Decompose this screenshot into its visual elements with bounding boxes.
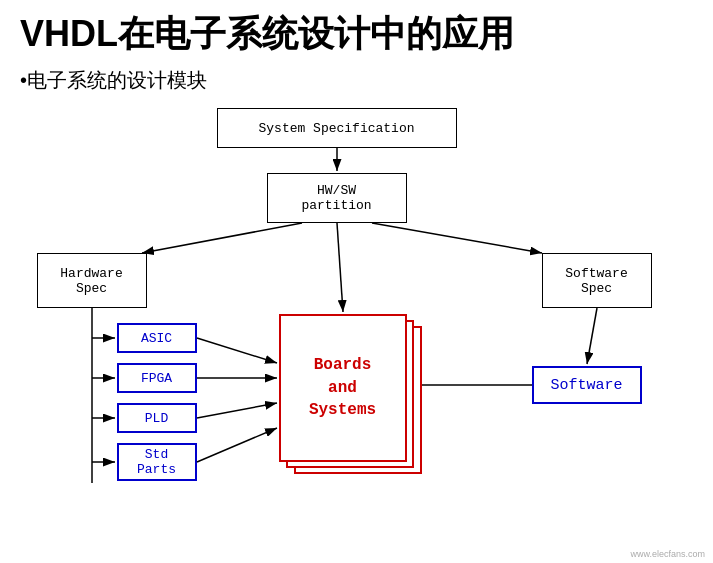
- svg-line-15: [587, 308, 597, 364]
- fpga-box: FPGA: [117, 363, 197, 393]
- svg-line-11: [197, 338, 277, 363]
- boards-systems-box: Boards and Systems: [279, 314, 407, 462]
- svg-line-5: [372, 223, 542, 253]
- svg-line-3: [142, 223, 302, 253]
- asic-box: ASIC: [117, 323, 197, 353]
- hw-sw-partition-box: HW/SW partition: [267, 173, 407, 223]
- svg-line-13: [197, 403, 277, 418]
- hw-spec-box: Hardware Spec: [37, 253, 147, 308]
- pld-box: PLD: [117, 403, 197, 433]
- std-parts-box: Std Parts: [117, 443, 197, 481]
- software-box: Software: [532, 366, 642, 404]
- page-title: VHDL在电子系统设计中的应用: [20, 10, 693, 59]
- watermark: www.elecfans.com: [630, 549, 705, 559]
- sw-spec-box: Software Spec: [542, 253, 652, 308]
- diagram-area: System Specification HW/SW partition Har…: [22, 108, 692, 488]
- system-spec-box: System Specification: [217, 108, 457, 148]
- subtitle: •电子系统的设计模块: [20, 67, 693, 94]
- svg-line-4: [337, 223, 343, 312]
- svg-line-14: [197, 428, 277, 462]
- page-container: VHDL在电子系统设计中的应用 •电子系统的设计模块 System Specif…: [0, 0, 713, 563]
